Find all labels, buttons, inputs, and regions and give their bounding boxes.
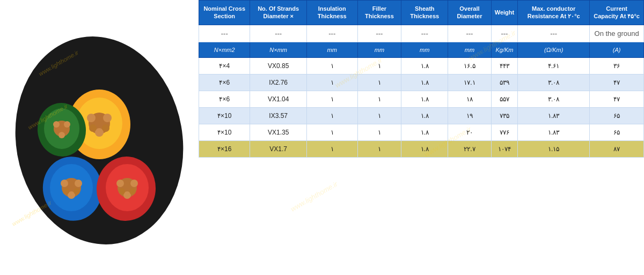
cell-r0-c1: VX0.85: [250, 57, 306, 74]
watermark-3: www.lighthome.ir: [289, 180, 339, 213]
cell-r2-c3: ۱: [357, 91, 401, 107]
table-row: ۴×16VX1.7۱۱۱.۸۲۲.۷۱۰۷۴۱.۱۵۸۷: [199, 140, 644, 157]
cell-r1-c8: ۴۷: [590, 74, 644, 91]
cell-r5-c3: ۱: [357, 140, 401, 157]
dash-cell-0: ---: [199, 25, 250, 42]
cell-r5-c1: VX1.7: [250, 140, 306, 157]
cell-r1-c5: ۱۷.۱: [448, 74, 492, 91]
cell-r3-c8: ۶۵: [590, 107, 644, 124]
dash-row: ------------------------On the ground: [199, 25, 644, 42]
col-current: Current Capacity At ۴۵°c: [590, 1, 644, 25]
cell-r1-c1: IX2.76: [250, 74, 306, 91]
cell-r3-c6: ۷۳۵: [491, 107, 517, 124]
unit-cell-3: mm: [357, 42, 401, 57]
unit-cell-5: mm: [448, 42, 492, 57]
cell-r3-c0: ۴×10: [199, 107, 250, 124]
cell-r0-c5: ۱۶.۵: [448, 57, 492, 74]
unit-cell-7: (Ω/Km): [518, 42, 590, 57]
dash-cell-6: ---: [491, 25, 517, 42]
cell-r4-c5: ۲۰: [448, 124, 492, 140]
cell-r5-c8: ۸۷: [590, 140, 644, 157]
dash-cell-7: ---: [518, 25, 590, 42]
image-panel: www.lighthome.ir www.lighthome.ir www.li…: [0, 0, 199, 275]
cell-r0-c3: ۱: [357, 57, 401, 74]
unit-cell-1: N×mm: [250, 42, 306, 57]
svg-point-16: [129, 188, 136, 195]
cell-r5-c5: ۲۲.۷: [448, 140, 492, 157]
cell-r5-c4: ۱.۸: [401, 140, 448, 157]
cell-r4-c6: ۷۷۶: [491, 124, 517, 140]
cell-r5-c7: ۱.۱۵: [518, 140, 590, 157]
cell-r4-c3: ۱: [357, 124, 401, 140]
cell-r1-c6: ۵۳۹: [491, 74, 517, 91]
svg-point-13: [130, 180, 138, 187]
table-row: ۴×6VX1.04۱۱۱.۸۱۸۵۵۷۳.۰۸۴۷: [199, 91, 644, 107]
svg-point-15: [119, 188, 125, 195]
table-row: ۴×6IX2.76۱۱۱.۸۱۷.۱۵۳۹۳.۰۸۴۷: [199, 74, 644, 91]
svg-point-30: [58, 132, 65, 138]
table-row: ۴×10IX3.57۱۱۱.۸۱۹۷۳۵۱.۸۳۶۵: [199, 107, 644, 124]
cell-r1-c0: ۴×6: [199, 74, 250, 91]
cell-r2-c8: ۴۷: [590, 91, 644, 107]
svg-point-28: [53, 121, 60, 128]
col-resistance: Max. conductor Resistance At ۲۰°c: [518, 1, 590, 25]
cell-r2-c5: ۱۸: [448, 91, 492, 107]
col-diameter: Overall Diameter: [448, 1, 492, 25]
svg-point-24: [102, 124, 109, 132]
dash-cell-3: ---: [357, 25, 401, 42]
dash-cell-8: On the ground: [590, 25, 644, 42]
cell-r5-c2: ۱: [306, 140, 357, 157]
data-table-panel: www.lighthome.ir www.lighthome.ir www.li…: [199, 0, 644, 275]
cell-r2-c4: ۱.۸: [401, 91, 448, 107]
table-row: ۴×4VX0.85۱۱۱.۸۱۶.۵۴۴۳۴.۶۱۳۶: [199, 57, 644, 74]
svg-point-5: [75, 180, 82, 187]
cell-r4-c0: ۴×10: [199, 124, 250, 140]
svg-point-8: [74, 188, 80, 195]
cell-r4-c8: ۶۵: [590, 124, 644, 140]
cell-r0-c6: ۴۴۳: [491, 57, 517, 74]
svg-point-4: [61, 180, 68, 187]
cell-r4-c4: ۱.۸: [401, 124, 448, 140]
col-filler: Filler Thickness: [357, 1, 401, 25]
cell-r1-c2: ۱: [306, 74, 357, 91]
cell-r1-c7: ۳.۰۸: [518, 74, 590, 91]
table-row: ۴×10VX1.35۱۱۱.۸۲۰۷۷۶۱.۸۳۶۵: [199, 124, 644, 140]
col-nominal-cross-section: Nominal Cross Section: [199, 1, 250, 25]
cell-r4-c7: ۱.۸۳: [518, 124, 590, 140]
unit-row: N×mm2N×mmmmmmmmmmKg/Km(Ω/Km)(A): [199, 42, 644, 57]
cell-r0-c2: ۱: [306, 57, 357, 74]
col-weight: Weight: [491, 1, 517, 25]
cell-r4-c2: ۱: [306, 124, 357, 140]
svg-point-7: [63, 188, 69, 195]
table-body: ------------------------On the groundN×m…: [199, 25, 644, 157]
cell-r1-c4: ۱.۸: [401, 74, 448, 91]
cell-r3-c4: ۱.۸: [401, 107, 448, 124]
unit-cell-0: N×mm2: [199, 42, 250, 57]
cell-r3-c2: ۱: [306, 107, 357, 124]
cell-r2-c7: ۳.۰۸: [518, 91, 590, 107]
cell-r0-c0: ۴×4: [199, 57, 250, 74]
cell-r5-c6: ۱۰۷۴: [491, 140, 517, 157]
unit-cell-2: mm: [306, 42, 357, 57]
header-row: Nominal Cross Section No. Of Strands Dia…: [199, 1, 644, 25]
svg-point-23: [89, 124, 97, 132]
dash-cell-1: ---: [250, 25, 306, 42]
cell-r2-c0: ۴×6: [199, 91, 250, 107]
cell-r3-c7: ۱.۸۳: [518, 107, 590, 124]
svg-point-20: [87, 114, 96, 122]
cell-r0-c4: ۱.۸: [401, 57, 448, 74]
cell-r2-c6: ۵۵۷: [491, 91, 517, 107]
unit-cell-8: (A): [590, 42, 644, 57]
specs-table: Nominal Cross Section No. Of Strands Dia…: [199, 0, 644, 158]
cell-r0-c8: ۳۶: [590, 57, 644, 74]
svg-point-12: [116, 180, 124, 187]
cell-r5-c0: ۴×16: [199, 140, 250, 157]
cell-r1-c3: ۱: [357, 74, 401, 91]
dash-cell-4: ---: [401, 25, 448, 42]
cell-r2-c2: ۱: [306, 91, 357, 107]
cell-r0-c7: ۴.۶۱: [518, 57, 590, 74]
cell-r4-c1: VX1.35: [250, 124, 306, 140]
dash-cell-2: ---: [306, 25, 357, 42]
cable-illustration: www.lighthome.ir www.lighthome.ir www.li…: [8, 23, 191, 253]
cell-r3-c3: ۱: [357, 107, 401, 124]
